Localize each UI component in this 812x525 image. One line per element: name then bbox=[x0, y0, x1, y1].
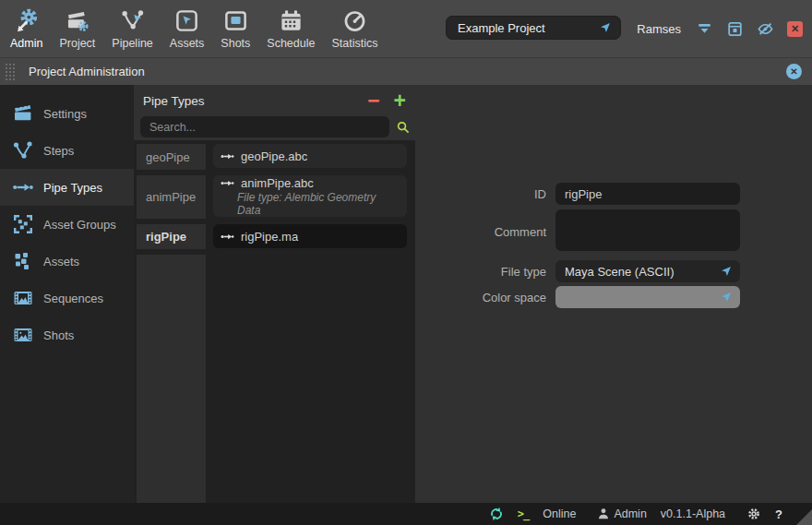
panel-header: Project Administration ✕ bbox=[0, 57, 812, 85]
puzzle-pieces-icon bbox=[12, 250, 34, 272]
toolbar-button-label: Assets bbox=[170, 37, 205, 50]
toolbar-button-schedule[interactable]: Schedule bbox=[258, 0, 323, 57]
file-type-dropdown[interactable]: Maya Scene (ASCII) bbox=[555, 260, 740, 282]
node-graph-icon bbox=[120, 8, 145, 33]
add-pipe-type-button[interactable]: + bbox=[394, 92, 406, 109]
close-x-icon: ✕ bbox=[791, 24, 799, 34]
pipe-file-item[interactable]: geoPipe.abc bbox=[213, 144, 407, 168]
toolbar-button-statistics[interactable]: Statistics bbox=[323, 0, 386, 57]
restore-window-button[interactable] bbox=[726, 20, 744, 38]
content-area: Settings Steps Pipe Types bbox=[0, 85, 812, 503]
pipe-file-item[interactable]: animPipe.abc File type: Alembic Geometry… bbox=[213, 175, 407, 217]
comment-textarea[interactable] bbox=[555, 209, 740, 251]
pipe-arrow-icon bbox=[221, 176, 234, 190]
file-type-value: Maya Scene (ASCII) bbox=[565, 265, 675, 279]
quit-button[interactable]: ✕ bbox=[787, 21, 803, 37]
admin-sidebar: Settings Steps Pipe Types bbox=[0, 85, 134, 503]
clapperboard-icon bbox=[12, 102, 34, 125]
sidebar-item-sequences[interactable]: Sequences bbox=[0, 280, 134, 316]
color-space-dropdown[interactable] bbox=[555, 286, 740, 308]
pipe-type-name[interactable]: animPipe bbox=[137, 175, 206, 219]
hide-button[interactable] bbox=[757, 20, 774, 38]
toolbar-button-label: Project bbox=[59, 37, 95, 50]
project-selector-value: Example Project bbox=[458, 21, 545, 35]
dropdown-cursor-icon bbox=[599, 21, 612, 34]
pipe-arrow-icon bbox=[221, 149, 234, 163]
ramses-menu-label[interactable]: Ramses bbox=[637, 22, 681, 36]
pipe-file-subtitle: File type: Alembic Geometry Data bbox=[237, 191, 400, 217]
id-input[interactable] bbox=[555, 183, 740, 205]
pipe-type-name[interactable]: geoPipe bbox=[137, 144, 206, 170]
form-row-id: ID bbox=[415, 183, 740, 205]
node-graph-icon bbox=[12, 139, 34, 161]
toolbar-button-label: Pipeline bbox=[112, 37, 152, 50]
dropdown-cursor-icon bbox=[720, 265, 733, 278]
name-column-filler bbox=[137, 255, 206, 503]
toolbar-right-cluster: Ramses ✕ bbox=[637, 0, 803, 57]
toolbar-button-label: Shots bbox=[221, 37, 250, 50]
color-space-label: Color space bbox=[415, 291, 546, 304]
toolbar-button-label: Schedule bbox=[267, 37, 315, 50]
project-selector-dropdown[interactable]: Example Project bbox=[446, 16, 621, 40]
search-icon bbox=[396, 120, 411, 135]
version-label: v0.1.1-Alpha bbox=[661, 507, 725, 520]
help-button[interactable]: ? bbox=[775, 507, 782, 521]
sidebar-item-assets[interactable]: Assets bbox=[0, 243, 134, 280]
toolbar-button-label: Admin bbox=[10, 37, 42, 50]
toolbar-button-assets[interactable]: Assets bbox=[161, 0, 213, 57]
toolbar-button-label: Statistics bbox=[331, 37, 377, 50]
pipe-type-name[interactable]: rigPipe bbox=[137, 224, 206, 249]
toolbar-button-project[interactable]: Project bbox=[51, 0, 103, 57]
pipe-types-header: Pipe Types − + bbox=[134, 88, 415, 113]
sidebar-item-label: Settings bbox=[43, 107, 87, 121]
collapse-menu-button[interactable] bbox=[696, 20, 713, 38]
panel-close-button[interactable]: ✕ bbox=[786, 64, 802, 79]
sidebar-item-pipe-types[interactable]: Pipe Types bbox=[0, 169, 134, 206]
settings-gear-icon[interactable] bbox=[746, 507, 761, 521]
filmstrip-icon bbox=[12, 287, 34, 309]
sidebar-item-label: Asset Groups bbox=[43, 218, 116, 232]
toolbar-button-admin[interactable]: Admin bbox=[2, 0, 51, 57]
film-frame-icon bbox=[223, 8, 248, 33]
window-box-icon bbox=[726, 20, 744, 38]
chevron-down-icon bbox=[696, 20, 713, 38]
calendar-icon bbox=[279, 8, 304, 33]
dropdown-cursor-icon bbox=[720, 291, 733, 304]
pipe-type-row-geoPipe[interactable]: geoPipe geoPipe.abc bbox=[137, 144, 415, 170]
form-row-comment: Comment bbox=[415, 211, 740, 253]
sidebar-item-label: Sequences bbox=[43, 292, 103, 305]
sidebar-item-settings[interactable]: Settings bbox=[0, 95, 134, 132]
resize-grip[interactable] bbox=[796, 509, 812, 525]
close-x-icon: ✕ bbox=[790, 67, 797, 77]
sidebar-item-label: Assets bbox=[43, 255, 79, 268]
online-status[interactable]: Online bbox=[543, 507, 576, 520]
toolbar-button-shots[interactable]: Shots bbox=[212, 0, 258, 57]
remove-pipe-type-button[interactable]: − bbox=[367, 92, 379, 109]
console-icon[interactable]: >_ bbox=[518, 507, 529, 520]
form-row-color-space: Color space bbox=[415, 286, 740, 308]
toolbar-button-pipeline[interactable]: Pipeline bbox=[103, 0, 161, 57]
pipe-file-item-selected[interactable]: rigPipe.ma bbox=[213, 224, 407, 248]
pipe-type-form: ID Comment File type Maya Scene (ASCII) bbox=[415, 85, 812, 503]
pipe-type-row-rigPipe[interactable]: rigPipe rigPipe.ma bbox=[137, 224, 415, 249]
pipe-arrow-icon bbox=[221, 230, 234, 244]
pipe-types-panel: Pipe Types − + geoPipe bbox=[134, 85, 415, 503]
sidebar-item-shots[interactable]: Shots bbox=[0, 316, 134, 353]
search-input[interactable] bbox=[140, 116, 389, 137]
gauge-icon bbox=[342, 8, 367, 33]
drag-handle-icon[interactable] bbox=[5, 63, 16, 81]
sidebar-item-steps[interactable]: Steps bbox=[0, 132, 134, 169]
pipe-type-row-animPipe[interactable]: animPipe animPipe.abc File type: Alembic… bbox=[137, 175, 415, 219]
sidebar-item-asset-groups[interactable]: Asset Groups bbox=[0, 206, 134, 243]
current-user[interactable]: Admin bbox=[597, 507, 646, 520]
comment-label: Comment bbox=[415, 225, 546, 239]
pipe-arrow-icon bbox=[12, 176, 34, 198]
refresh-icon[interactable] bbox=[489, 507, 504, 521]
filmstrip-image-icon bbox=[12, 324, 34, 346]
status-bar: >_ Online Admin v0.1.1-Alpha ? bbox=[0, 503, 812, 525]
sidebar-item-label: Shots bbox=[43, 328, 74, 342]
current-user-label: Admin bbox=[614, 507, 646, 520]
pipe-types-title: Pipe Types bbox=[143, 94, 205, 108]
clapperboard-gear-icon bbox=[65, 8, 90, 33]
id-label: ID bbox=[415, 187, 546, 201]
